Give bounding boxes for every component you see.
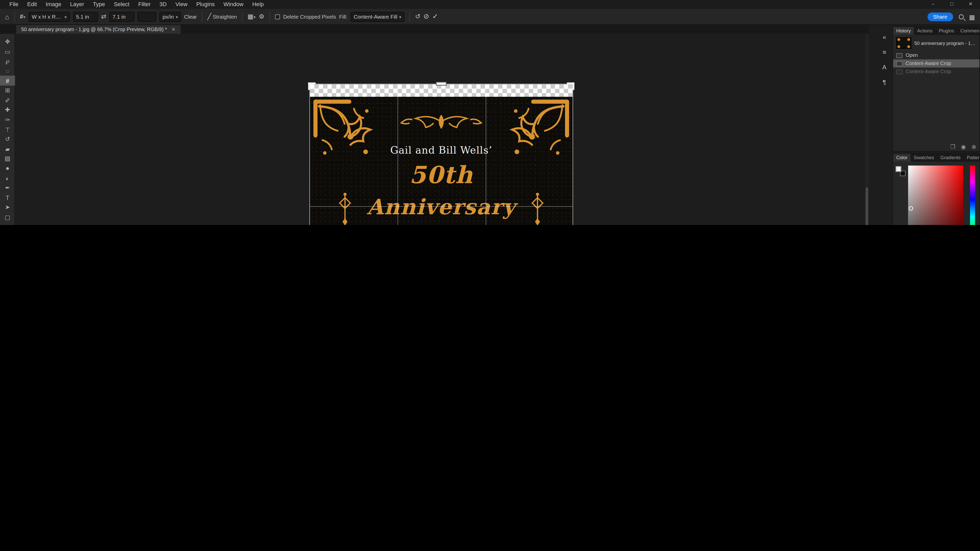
path-selection-tool[interactable]: ➤ xyxy=(0,203,15,212)
commit-crop-icon[interactable] xyxy=(432,13,438,21)
workspace-switcher-icon[interactable] xyxy=(969,14,975,21)
crop-handle-top-right[interactable] xyxy=(567,83,574,90)
color-panel: ColorSwatchesGradientsPatterns xyxy=(892,153,980,225)
eraser-tool[interactable]: ▰ xyxy=(0,144,15,154)
panel-tab[interactable]: Patterns xyxy=(964,154,979,162)
history-brush-tool[interactable]: ↺ xyxy=(0,134,15,144)
panel-tab[interactable]: Color xyxy=(893,154,911,162)
history-step[interactable]: Open xyxy=(893,51,980,59)
reset-crop-icon[interactable] xyxy=(415,13,420,20)
corner-ornament xyxy=(313,99,383,169)
crop-overlay-options-button[interactable] xyxy=(248,13,256,20)
expand-panels-icon[interactable]: « xyxy=(883,34,886,41)
dodge-tool[interactable]: ◐ xyxy=(0,173,15,183)
panel-tab[interactable]: Actions xyxy=(914,27,935,35)
history-step[interactable]: Content-Aware Crop xyxy=(893,59,980,68)
type-tool[interactable]: T xyxy=(0,193,15,203)
menu-item[interactable]: 3D xyxy=(155,0,171,9)
crop-ratio-preset-select[interactable]: W x H x Resol... xyxy=(29,11,70,21)
menu-item[interactable]: Select xyxy=(110,0,134,9)
hue-slider[interactable] xyxy=(970,165,975,225)
blur-tool[interactable]: ⚫ xyxy=(0,164,15,173)
crop-tool[interactable]: # xyxy=(0,76,15,86)
search-icon[interactable] xyxy=(959,14,964,19)
crop-handle-top[interactable] xyxy=(436,82,447,86)
menu-item[interactable]: View xyxy=(171,0,192,9)
rectangle-tool[interactable]: ▢ xyxy=(0,212,15,222)
panel-color-swatches[interactable] xyxy=(896,166,905,176)
fill-mode-select[interactable]: Content-Aware Fill xyxy=(350,11,404,21)
clear-button[interactable]: Clear xyxy=(184,14,197,20)
panel-tab[interactable]: Swatches xyxy=(911,154,937,162)
history-snapshot-row[interactable]: 50 anniversary program - 1.jpg xyxy=(893,35,980,51)
panel-tab[interactable]: Plugins xyxy=(935,27,957,35)
panel-tab[interactable]: History xyxy=(893,27,914,35)
new-snapshot-icon[interactable]: ◉ xyxy=(961,144,966,150)
crop-handle-top-left[interactable] xyxy=(308,83,315,90)
cancel-crop-icon[interactable] xyxy=(423,13,429,21)
menu-item[interactable]: Image xyxy=(41,0,66,9)
crop-settings-icon[interactable] xyxy=(259,13,264,20)
panel-tab[interactable]: Gradients xyxy=(937,154,964,162)
menu-item[interactable]: Help xyxy=(248,0,268,9)
crop-width-input[interactable] xyxy=(73,11,98,21)
crop-resolution-input[interactable] xyxy=(138,11,156,21)
marquee-tool[interactable]: ▭ xyxy=(0,47,15,56)
menu-item[interactable]: Plugins xyxy=(192,0,219,9)
fill-label: Fill: xyxy=(339,14,347,20)
crop-height-input[interactable] xyxy=(110,11,135,21)
clone-stamp-tool[interactable]: ⊤ xyxy=(0,124,15,134)
panel-dock: «≡A¶ HistoryActionsPluginsComments 50 an… xyxy=(869,25,980,225)
healing-brush-tool[interactable]: ✚ xyxy=(0,105,15,115)
menu-item[interactable]: File xyxy=(5,0,23,9)
minimize-button[interactable] xyxy=(924,0,942,9)
maximize-button[interactable] xyxy=(942,0,961,9)
history-step-icon xyxy=(896,69,902,74)
crop-box[interactable]: Gail and Bill Wells’ 50th Anniversary Ce… xyxy=(310,84,573,225)
straighten-button[interactable]: Straighten xyxy=(207,13,237,20)
document-tab-bar: 50 anniversary program - 1.jpg @ 66.7% (… xyxy=(0,25,980,34)
menu-item[interactable]: Type xyxy=(89,0,110,9)
eyedropper-tool[interactable]: ✐ xyxy=(0,95,15,105)
move-tool[interactable]: ✥ xyxy=(0,37,15,46)
history-panel-tabs: HistoryActionsPluginsComments xyxy=(893,27,980,35)
close-tab-icon[interactable]: ✕ xyxy=(171,27,175,32)
poster-names-text: Gail and Bill Wells’ xyxy=(310,144,573,156)
delete-cropped-pixels-checkbox[interactable] xyxy=(275,14,280,19)
saturation-brightness-picker[interactable] xyxy=(908,165,963,225)
straighten-icon xyxy=(207,13,211,20)
panel-tab[interactable]: Comments xyxy=(957,27,980,35)
resolution-unit-select[interactable]: px/in xyxy=(159,11,181,21)
close-button[interactable] xyxy=(961,0,980,9)
character-panel-icon[interactable]: A xyxy=(882,64,886,71)
crop-tool-preset-icon[interactable] xyxy=(20,13,25,20)
gradient-tool[interactable]: ▨ xyxy=(0,154,15,164)
vertical-scrollbar-thumb[interactable] xyxy=(865,187,868,225)
document-tab[interactable]: 50 anniversary program - 1.jpg @ 66.7% (… xyxy=(16,25,181,34)
home-icon[interactable] xyxy=(5,13,9,20)
menu-item[interactable]: Edit xyxy=(23,0,41,9)
history-step[interactable]: Content-Aware Crop xyxy=(893,67,980,76)
adjustments-panel-icon[interactable]: ≡ xyxy=(883,49,886,56)
pen-tool[interactable]: ✒ xyxy=(0,183,15,192)
object-selection-tool[interactable]: ◌ xyxy=(0,66,15,76)
brush-tool[interactable]: ✑ xyxy=(0,115,15,124)
new-document-from-state-icon[interactable]: ❐ xyxy=(950,144,956,150)
transparent-expansion-top xyxy=(310,84,573,97)
share-button[interactable]: Share xyxy=(928,13,953,21)
menu-item[interactable]: Window xyxy=(219,0,248,9)
menu-item[interactable]: Filter xyxy=(134,0,155,9)
paragraph-panel-icon[interactable]: ¶ xyxy=(883,79,886,86)
lasso-tool[interactable]: ℘ xyxy=(0,56,15,66)
canvas[interactable]: Gail and Bill Wells’ 50th Anniversary Ce… xyxy=(15,34,869,225)
poster-headline-50th: 50th xyxy=(310,160,573,189)
foreground-color-swatch[interactable] xyxy=(896,166,901,171)
frame-tool[interactable]: ⊞ xyxy=(0,86,15,95)
swap-dimensions-icon[interactable] xyxy=(101,13,107,20)
hand-tool[interactable]: ☞ xyxy=(0,222,15,225)
menu-item[interactable]: Layer xyxy=(65,0,88,9)
delete-state-icon[interactable]: ⊗ xyxy=(972,144,976,150)
vertical-scrollbar[interactable] xyxy=(865,34,869,225)
menu-bar: FileEditImageLayerTypeSelectFilter3DView… xyxy=(0,0,980,9)
color-picker-cursor[interactable] xyxy=(909,206,913,210)
